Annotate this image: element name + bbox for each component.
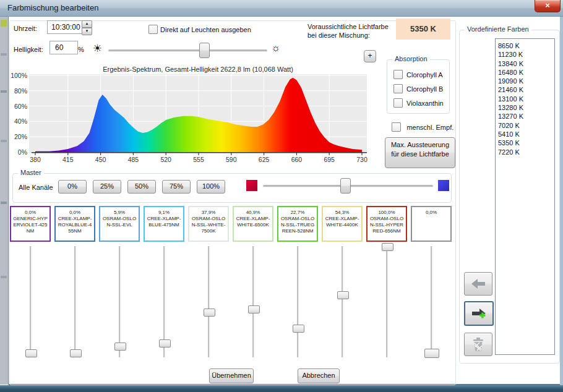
predefined-colors-list[interactable]: 8650 K11230 K13840 K16480 K19090 K21460 … [495,38,555,355]
channel-slider-track[interactable] [119,246,121,357]
master-preset-button[interactable]: 0% [58,180,87,194]
channel-slider-track[interactable] [297,246,299,357]
channel-slider-handle[interactable] [25,349,37,357]
channel-percent: 9,1% [145,210,183,216]
channel-name: OSRAM-OSLON-SSL-TRUEGREEN-528NM [278,216,317,234]
y-tick-label: 60% [4,103,27,110]
preset-list-item[interactable]: 13840 K [496,59,554,68]
channel-slider-handle[interactable] [337,291,349,299]
absorption-checkbox[interactable] [393,84,403,93]
channel-box[interactable]: 0,0% [411,206,452,242]
channel-box[interactable]: 37,9%OSRAM-OSLON-SSL-WHITE-7500K [188,206,229,242]
channel-slider-track[interactable] [208,246,210,357]
channel-percent: 0,0% [56,210,94,216]
channel-name: OSRAM-OSLON-SSL-HYPERRED-656NM [367,216,406,234]
channel-slider-handle[interactable] [382,243,393,251]
blue-color-swatch [438,180,449,191]
max-aussteuerung-button[interactable]: Max. Aussteuerung für diese Lichtfarbe [385,137,455,168]
preset-list-item[interactable]: 13270 K [496,112,554,121]
y-tick-label: 0% [4,148,27,156]
preset-list-item[interactable]: 16480 K [496,68,554,77]
background-chip [1,202,7,204]
channel-slider-handle[interactable] [424,349,439,358]
brightness-slider-handle[interactable] [199,43,210,58]
preset-list-item[interactable]: 5350 K [496,138,554,147]
channel-slider-handle[interactable] [114,343,126,351]
channel-percent: 5,9% [100,210,139,216]
channel-box[interactable]: 0,0%CREE-XLAMP-ROYALBLUE-455NM [54,206,95,242]
absorption-option-row: Clorophyll A [393,70,449,79]
channel-name: CREE-XLAMP-BLUE-475NM [145,216,183,228]
brightness-slider-track[interactable] [108,49,267,52]
time-spinner[interactable]: ▲ ▼ [82,20,92,34]
all-channels-label: Alle Kanäle [19,184,53,191]
predicted-color-label: Voraussichtliche Lichtfarbe bei dieser M… [307,22,393,40]
apply-button[interactable]: Übernehmen [209,369,254,383]
master-preset-button[interactable]: 100% [197,180,225,194]
channel-slider-track[interactable] [252,246,254,357]
brightness-label: Helligkeit: [14,46,43,53]
time-input[interactable]: 10:30:00 [47,20,87,34]
master-preset-buttons: 0%25%50%75%100% [58,180,225,194]
brightness-input[interactable]: 60 [49,41,78,54]
channel-slider-handle[interactable] [293,325,304,333]
channel-name: CREE-XLAMP-ROYALBLUE-455NM [56,216,94,234]
absorption-checkbox[interactable] [393,98,403,108]
master-preset-button[interactable]: 75% [162,180,191,194]
master-slider-handle[interactable] [340,178,351,194]
master-preset-button[interactable]: 25% [93,180,121,194]
preset-list-item[interactable]: 13280 K [496,103,554,112]
background-chip [1,53,7,56]
x-tick-label: 520 [157,156,174,163]
y-tick-label: 20% [4,133,27,140]
channel-slider-track[interactable] [30,246,32,357]
channel-box[interactable]: 54,3%CREE-XLAMP-WHITE-4400K [322,206,363,242]
close-button[interactable]: × [535,0,561,12]
human-sensitivity-label: menschl. Empf. [406,124,453,131]
spinner-down-icon[interactable]: ▼ [82,28,92,35]
preset-list-item[interactable]: 5410 K [496,130,554,138]
channel-box[interactable]: 5,9%OSRAM-OSLON-SSL-EVL [99,206,140,242]
channel-percent: 37,9% [189,210,228,216]
preset-list-item[interactable]: 19090 K [496,77,554,85]
channel-percent: 40,9% [234,210,272,216]
channel-box[interactable]: 22,7%OSRAM-OSLON-SSL-TRUEGREEN-528NM [277,206,318,242]
channel-slider-track[interactable] [386,246,388,357]
channel-name: OSRAM-OSLON-SSL-EVL [100,216,139,228]
delete-preset-button[interactable] [464,333,492,356]
channel-slider-handle[interactable] [70,349,82,357]
save-preset-button[interactable] [464,301,494,326]
channel-slider-track[interactable] [342,246,343,357]
preset-list-item[interactable]: 13100 K [496,95,554,103]
channel-slider-handle[interactable] [248,305,260,313]
add-preset-button[interactable]: + [364,50,376,62]
human-sensitivity-checkbox[interactable] [392,122,401,132]
preset-list-item[interactable]: 7020 K [496,121,554,130]
channel-box[interactable]: 100,0%OSRAM-OSLON-SSL-HYPERRED-656NM [366,206,407,242]
channel-box[interactable]: 9,1%CREE-XLAMP-BLUE-475NM [144,206,184,242]
channel-slider-handle[interactable] [159,339,171,347]
absorption-group: Absorption Clorophyll AClorophyll BViola… [387,59,450,114]
x-tick-label: 555 [190,156,207,163]
preset-list-item[interactable]: 7220 K [496,148,554,156]
channel-slider-track[interactable] [74,246,76,357]
channel-box[interactable]: 0,0%GENERIC-HYPERVIOLET-425NM [10,206,51,242]
direct-output-checkbox[interactable] [148,25,158,34]
dialog-right-border [560,16,563,385]
load-preset-button[interactable] [464,272,492,296]
absorption-checkbox[interactable] [393,70,403,79]
channel-slider-handle[interactable] [204,309,215,317]
spinner-up-icon[interactable]: ▲ [82,20,92,28]
title-bar[interactable]: Farbmischung bearbeiten [0,0,563,17]
master-preset-button[interactable]: 50% [127,180,156,194]
absorption-option-row: Violaxanthin [393,98,449,108]
preset-list-item[interactable]: 21460 K [496,85,554,94]
x-tick-label: 485 [124,156,142,163]
channel-box[interactable]: 40,9%CREE-XLAMP-WHITE-6500K [233,206,273,242]
channel-name: OSRAM-OSLON-SSL-WHITE-7500K [189,216,228,234]
preset-list-item[interactable]: 8650 K [496,41,554,50]
x-tick-label: 415 [59,156,77,163]
channel-slider-track[interactable] [431,246,432,357]
cancel-button[interactable]: Abbrechen [298,369,340,383]
preset-list-item[interactable]: 11230 K [496,50,554,59]
